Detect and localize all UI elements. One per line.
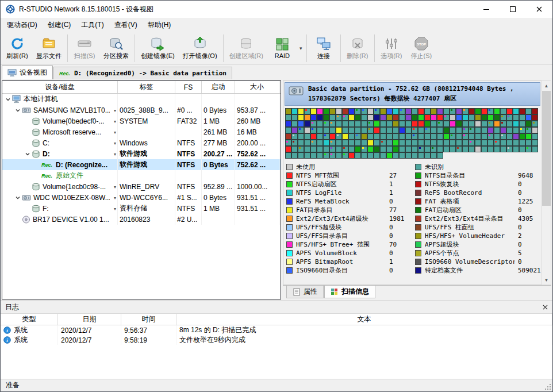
partition-icon — [32, 150, 40, 158]
tree-row[interactable]: 本地计算机 — [2, 94, 281, 105]
scroll-down-icon[interactable]: ▼ — [542, 275, 551, 285]
row-dropdown-icon[interactable]: ▾ — [114, 206, 116, 211]
scan-block — [525, 108, 532, 114]
tree-row[interactable]: Rec.原始文件 — [2, 170, 281, 181]
toolbar-partition-search-button[interactable]: 分区搜索 — [99, 33, 133, 64]
scrollbar-thumb[interactable] — [542, 91, 551, 206]
tree-row[interactable]: Microsoft reserve...▾261 MB16 MB — [2, 126, 281, 137]
scan-block — [386, 140, 393, 146]
log-close-icon[interactable] — [543, 305, 548, 310]
toolbar-scan-button[interactable]: 扫描(S) — [70, 33, 99, 64]
toolbar-show-files-button[interactable]: 显示文件 — [32, 33, 66, 64]
menu-item[interactable]: 帮助(H) — [143, 18, 176, 32]
toolbar-options-button[interactable]: 选项(R) — [377, 33, 406, 64]
tree-row[interactable]: Rec.D: (Recognize...软件游戏NTFS0 Bytes752.6… — [2, 159, 281, 170]
scan-block — [285, 140, 291, 146]
minimize-button[interactable] — [473, 1, 500, 18]
scan-block — [456, 140, 462, 146]
log-column-header[interactable]: 文本 — [176, 314, 552, 325]
toolbar-raid-button[interactable]: RAID — [267, 33, 297, 64]
tab-properties[interactable]: 属性 — [286, 286, 324, 298]
tree-row[interactable]: WDC WD10EZEX-08W...▾WD-WCC6Y6...#1 S...0… — [2, 192, 281, 203]
row-dropdown-icon[interactable]: ▾ — [114, 107, 116, 113]
scan-block — [456, 133, 462, 140]
row-dropdown-icon[interactable]: ▾ — [114, 140, 116, 145]
scan-block — [437, 127, 443, 133]
row-dropdown-icon[interactable]: ▾ — [114, 118, 116, 124]
row-dropdown-icon[interactable]: ▾ — [114, 195, 116, 200]
row-dropdown-icon[interactable]: ▾ — [114, 129, 116, 134]
scan-block — [374, 121, 380, 127]
tree-body: 本地计算机SAMSUNG MZVLB1T0...▾0025_388B_9...#… — [2, 94, 281, 299]
menu-item[interactable]: 查看(V) — [109, 18, 143, 32]
log-header: 类型日期时间文本 — [1, 314, 552, 325]
toolbar-stop-button[interactable]: STOP停止(S) — [406, 33, 436, 64]
scan-blocks-grid[interactable] — [285, 108, 539, 159]
toolbar-create-image-button[interactable]: 创建镜像(E) — [137, 33, 179, 64]
tab-device-view[interactable]: 设备视图 — [2, 66, 53, 79]
tree-column-header[interactable]: 启动 — [202, 81, 235, 93]
close-button[interactable] — [526, 1, 552, 18]
resize-grip[interactable] — [544, 383, 551, 390]
scan-block — [443, 121, 450, 127]
scrollbar-track[interactable] — [542, 90, 551, 275]
chevron-down-icon — [14, 107, 22, 113]
row-dropdown-icon[interactable]: ▾ — [114, 184, 116, 189]
scan-block — [468, 133, 475, 140]
titlebar[interactable]: R-STUDIO Network 8.15.180015 - 设备视图 — [1, 1, 552, 18]
toolbar-connect-button[interactable]: 连接 — [309, 33, 339, 64]
toolbar-delete-button[interactable]: 删除(R) — [343, 33, 372, 64]
tree-row[interactable]: C:▾WindowsNTFS277 MB200.00 ... — [2, 137, 281, 148]
scan-block — [304, 133, 310, 140]
log-column-header[interactable]: 日期 — [58, 314, 121, 325]
scan-block — [443, 146, 450, 152]
partition-info-text: Basic data partition - 752.62 GB (808121… — [308, 84, 537, 103]
scan-block — [380, 127, 386, 133]
size-cell: 931.51 ... — [235, 203, 279, 214]
tree-column-header[interactable]: 标签 — [118, 81, 175, 93]
row-dropdown-icon[interactable]: ▾ — [114, 151, 116, 156]
legend-item: FAT启动扇区0 — [415, 206, 542, 214]
tab-rec[interactable]: Rec.D: (Recognized0) -> Basic data parti… — [53, 67, 232, 79]
menu-item[interactable]: 创建(C) — [43, 18, 76, 32]
device-name: 本地计算机 — [24, 94, 58, 104]
log-row[interactable]: i系统2020/12/79:58:19文件枚举在9秒内完成 — [1, 335, 552, 345]
tree-row[interactable]: BR17 DEVICE V1.00 1...20160823#2 U... — [2, 214, 281, 225]
scan-icon — [77, 36, 92, 51]
scan-block — [487, 114, 494, 121]
tree-row[interactable]: F:▾资料存储NTFS1 MB931.51 ... — [2, 203, 281, 214]
scan-block — [500, 108, 506, 114]
scan-block — [323, 133, 329, 140]
menu-item[interactable]: 驱动器(D) — [2, 18, 43, 32]
scan-block — [336, 108, 342, 114]
right-panel-scrollbar[interactable]: ▲ ▼ — [542, 80, 551, 285]
tree-row[interactable]: D:▾软件游戏NTFS200.27 ...752.62 ... — [2, 148, 281, 159]
legend-item: ReFS MetaBlock0 — [286, 197, 415, 206]
log-column-header[interactable]: 类型 — [1, 314, 58, 325]
raid-dropdown-icon[interactable]: ▾ — [297, 33, 305, 64]
scan-block — [336, 114, 342, 121]
tree-row[interactable]: SAMSUNG MZVLB1T0...▾0025_388B_9...#0 ...… — [2, 105, 281, 116]
log-row[interactable]: i系统2020/12/79:56:378m 12s 的 D: 扫描已完成 — [1, 325, 552, 335]
tab-scan-info[interactable]: 扫描信息 — [324, 286, 375, 298]
toolbar-button-label: 停止(S) — [411, 52, 432, 60]
tree-column-header[interactable]: 设备/磁盘 — [2, 81, 118, 93]
legend-item: APFS BitmapRoot1 — [286, 258, 415, 266]
scan-block — [323, 140, 329, 146]
toolbar-refresh-button[interactable]: 刷新(R) — [2, 33, 32, 64]
scan-info-content: Basic data partition - 752.62 GB (808121… — [283, 80, 542, 285]
maximize-button[interactable] — [500, 1, 526, 18]
scan-block — [291, 108, 298, 114]
partition-icon — [32, 139, 40, 147]
tree-column-header[interactable]: 大小 — [235, 81, 279, 93]
log-column-header[interactable]: 时间 — [121, 314, 176, 325]
toolbar-create-region-button[interactable]: 创建区域(R) — [225, 33, 267, 64]
toolbar-open-image-button[interactable]: 打开镜像(O) — [179, 33, 221, 64]
tree-row[interactable]: Volume{1ecb0c98-...▾WinRE_DRVNTFS952.89 … — [2, 181, 281, 192]
scroll-up-icon[interactable]: ▲ — [542, 81, 551, 90]
menu-item[interactable]: 工具(T) — [76, 18, 109, 32]
legend-item: APFS个节点5 — [415, 249, 542, 258]
scan-block — [405, 108, 412, 114]
tree-column-header[interactable]: FS — [175, 81, 202, 93]
tree-row[interactable]: Volume{0bedecf0-...▾SYSTEMFAT321 MB260 M… — [2, 116, 281, 126]
